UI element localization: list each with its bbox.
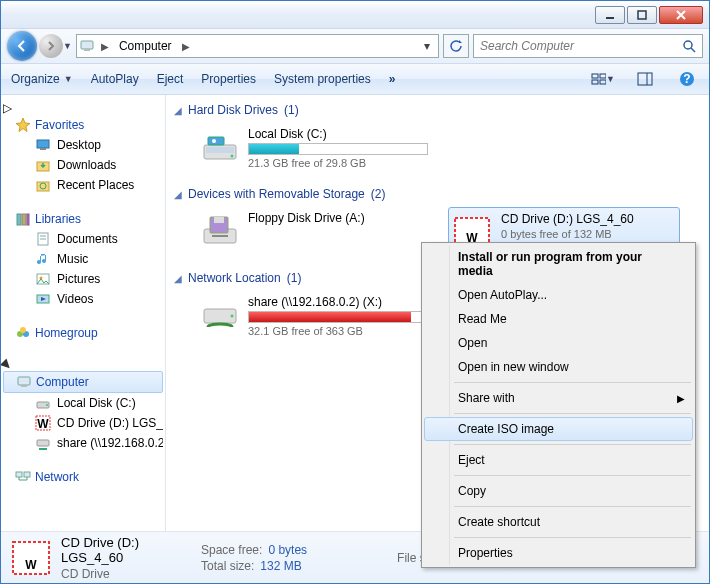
collapse-icon[interactable]: ◢ xyxy=(174,189,182,200)
nav-cd-drive[interactable]: WCD Drive (D:) LGS_4_60 xyxy=(3,413,163,433)
cd-drive-w-icon: W xyxy=(11,538,51,578)
network-drive-icon xyxy=(200,295,240,335)
overflow-button[interactable]: » xyxy=(389,72,397,86)
libraries-icon xyxy=(15,211,31,227)
desktop-icon xyxy=(35,137,51,153)
group-hard-disk-drives[interactable]: ◢ Hard Disk Drives (1) xyxy=(172,99,703,121)
libraries-group[interactable]: Libraries xyxy=(3,209,163,229)
refresh-button[interactable] xyxy=(443,34,469,58)
ctx-create-shortcut[interactable]: Create shortcut xyxy=(424,510,693,534)
help-button[interactable]: ? xyxy=(675,67,699,91)
downloads-icon xyxy=(35,157,51,173)
nav-documents[interactable]: Documents xyxy=(3,229,163,249)
hard-drive-icon xyxy=(200,127,240,167)
svg-text:W: W xyxy=(25,558,37,572)
svg-rect-3 xyxy=(84,49,90,51)
nav-downloads[interactable]: Downloads xyxy=(3,155,163,175)
search-input[interactable]: Search Computer xyxy=(473,34,703,58)
svg-rect-46 xyxy=(212,235,228,237)
svg-rect-2 xyxy=(81,41,93,49)
nav-share[interactable]: share (\\192.168.0.2) (X:) xyxy=(3,433,163,453)
svg-point-42 xyxy=(231,155,234,158)
svg-rect-8 xyxy=(592,80,598,84)
collapse-icon[interactable]: ▶ xyxy=(1,356,16,372)
system-properties-button[interactable]: System properties xyxy=(274,72,371,86)
nav-local-disk[interactable]: Local Disk (C:) xyxy=(3,393,163,413)
svg-rect-41 xyxy=(206,147,234,153)
eject-button[interactable]: Eject xyxy=(157,72,184,86)
svg-rect-14 xyxy=(37,140,49,148)
nav-videos[interactable]: Videos xyxy=(3,289,163,309)
ctx-open[interactable]: Open xyxy=(424,331,693,355)
collapse-icon[interactable]: ◢ xyxy=(174,105,182,116)
separator xyxy=(454,382,691,383)
svg-rect-6 xyxy=(592,74,598,78)
floppy-drive-icon xyxy=(200,211,240,251)
svg-rect-0 xyxy=(606,17,614,19)
minimize-button[interactable] xyxy=(595,6,625,24)
ctx-open-new-window[interactable]: Open in new window xyxy=(424,355,693,379)
capacity-bar xyxy=(248,311,428,323)
search-placeholder: Search Computer xyxy=(480,39,574,53)
computer-icon xyxy=(79,38,95,54)
svg-line-5 xyxy=(691,48,695,52)
organize-menu[interactable]: Organize▼ xyxy=(11,72,73,86)
separator xyxy=(454,413,691,414)
autoplay-button[interactable]: AutoPlay xyxy=(91,72,139,86)
collapse-icon[interactable]: ◢ xyxy=(174,273,182,284)
breadcrumb-arrow-icon[interactable]: ▶ xyxy=(99,41,111,52)
computer-group[interactable]: Computer xyxy=(3,371,163,393)
nav-desktop[interactable]: Desktop xyxy=(3,135,163,155)
navigation-bar: ▼ ▶ Computer ▶ ▾ Search Computer xyxy=(1,29,709,63)
ctx-eject[interactable]: Eject xyxy=(424,448,693,472)
close-button[interactable] xyxy=(659,6,703,24)
details-title: CD Drive (D:) LGS_4_60 xyxy=(61,535,191,565)
preview-pane-button[interactable] xyxy=(633,67,657,91)
favorites-group[interactable]: Favorites xyxy=(3,115,163,135)
address-bar[interactable]: ▶ Computer ▶ ▾ xyxy=(76,34,439,58)
computer-icon xyxy=(16,374,32,390)
drive-floppy-a[interactable]: Floppy Disk Drive (A:) xyxy=(196,207,436,257)
ctx-install-run[interactable]: Install or run program from your media xyxy=(424,245,693,283)
documents-icon xyxy=(35,231,51,247)
breadcrumb-arrow-icon[interactable]: ▶ xyxy=(180,41,192,52)
ctx-share-with[interactable]: Share with▶ xyxy=(424,386,693,410)
explorer-window: ▼ ▶ Computer ▶ ▾ Search Computer Organiz… xyxy=(0,0,710,584)
ctx-create-iso[interactable]: Create ISO image xyxy=(424,417,693,441)
svg-point-44 xyxy=(212,139,216,143)
collapse-icon[interactable]: ▷ xyxy=(3,101,12,115)
drive-local-c[interactable]: Local Disk (C:) 21.3 GB free of 29.8 GB xyxy=(196,123,436,173)
forward-button[interactable] xyxy=(39,34,63,58)
properties-button[interactable]: Properties xyxy=(201,72,256,86)
view-options-button[interactable]: ▼ xyxy=(591,67,615,91)
navigation-pane: ▷ Favorites Desktop Downloads Recent Pla… xyxy=(1,95,166,531)
separator xyxy=(454,537,691,538)
network-drive-icon xyxy=(35,435,51,451)
maximize-button[interactable] xyxy=(627,6,657,24)
breadcrumb-computer[interactable]: Computer xyxy=(115,37,176,55)
search-icon xyxy=(682,39,696,53)
ctx-copy[interactable]: Copy xyxy=(424,479,693,503)
ctx-open-autoplay[interactable]: Open AutoPlay... xyxy=(424,283,693,307)
nav-music[interactable]: Music xyxy=(3,249,163,269)
nav-recent-places[interactable]: Recent Places xyxy=(3,175,163,195)
network-icon xyxy=(15,469,31,485)
drive-share-x[interactable]: share (\\192.168.0.2) (X:) 32.1 GB free … xyxy=(196,291,436,341)
favorites-icon xyxy=(15,117,31,133)
svg-point-4 xyxy=(684,41,692,49)
separator xyxy=(454,506,691,507)
nav-pictures[interactable]: Pictures xyxy=(3,269,163,289)
svg-rect-10 xyxy=(638,73,652,85)
title-bar xyxy=(1,1,709,29)
svg-rect-39 xyxy=(24,472,30,477)
network-group[interactable]: Network xyxy=(3,467,163,487)
group-removable-storage[interactable]: ◢ Devices with Removable Storage (2) xyxy=(172,183,703,205)
ctx-read-me[interactable]: Read Me xyxy=(424,307,693,331)
total-size-value: 132 MB xyxy=(260,559,301,573)
pictures-icon xyxy=(35,271,51,287)
back-button[interactable] xyxy=(7,31,37,61)
ctx-properties[interactable]: Properties xyxy=(424,541,693,565)
address-dropdown-icon[interactable]: ▾ xyxy=(418,39,436,53)
history-dropdown-icon[interactable]: ▼ xyxy=(63,41,72,51)
homegroup-group[interactable]: Homegroup xyxy=(3,323,163,343)
